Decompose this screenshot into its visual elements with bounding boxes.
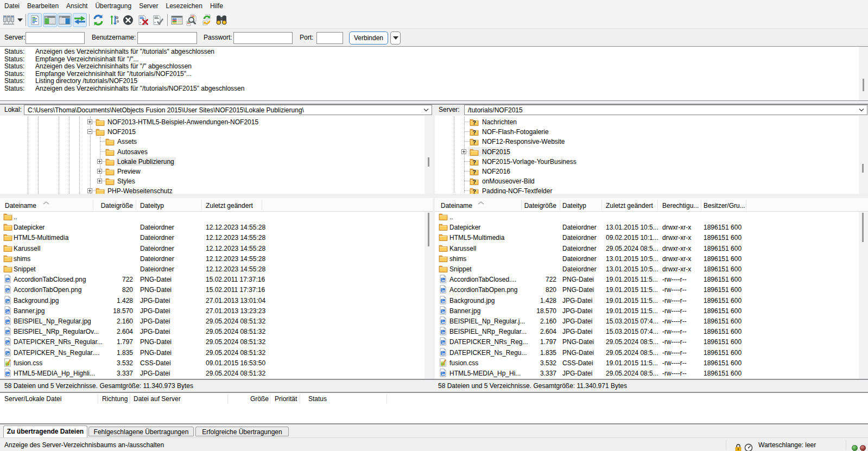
- tree-item[interactable]: ?NOF-Flash-Fotogalerie: [435, 127, 868, 137]
- remote-list-scrollbar[interactable]: [859, 212, 868, 379]
- queue-column-status[interactable]: Status: [308, 395, 327, 403]
- tree-item[interactable]: ?NOF12-Responsive-Website: [435, 137, 868, 147]
- local-tree-scrollbar-thumb[interactable]: [428, 157, 429, 167]
- tree-item[interactable]: Preview: [0, 167, 433, 176]
- tree-item[interactable]: Lokale Publizierung: [0, 157, 433, 167]
- file-row[interactable]: shimsDateiordner12.12.2023 14:55:28: [0, 253, 433, 264]
- lock-icon[interactable]: [734, 443, 742, 451]
- file-row[interactable]: KarussellDateiordner12.12.2023 14:55:28: [0, 243, 433, 253]
- file-row[interactable]: DatepickerDateiordner13.01.2015 10:5...d…: [435, 222, 868, 232]
- remote-list-scrollbar-thumb[interactable]: [862, 213, 864, 242]
- file-row[interactable]: DatepickerDateiordner12.12.2023 14:55:28: [0, 222, 433, 232]
- file-row[interactable]: HTML5-MultimediaDateiordner09.02.2015 10…: [435, 232, 868, 243]
- menu--bertragung[interactable]: Übertragung: [91, 0, 135, 12]
- file-row[interactable]: Background.jpg1.428JPG-Datei27.01.2013 1…: [0, 295, 433, 306]
- column-header-type[interactable]: Dateityp: [140, 202, 164, 209]
- column-resize-handle[interactable]: [93, 200, 93, 210]
- tab-failed-transfers[interactable]: Fehlgeschlagene Übertragungen: [88, 427, 194, 436]
- tree-item-label[interactable]: Styles: [116, 177, 137, 186]
- menu-datei[interactable]: Datei: [1, 0, 23, 12]
- column-resize-handle[interactable]: [130, 394, 130, 404]
- column-resize-handle[interactable]: [262, 200, 262, 210]
- queue-column-direction[interactable]: Richtung: [102, 395, 128, 403]
- file-row[interactable]: DATEPICKER_Ns_Regular....1.835PNG-Datei2…: [0, 347, 433, 358]
- tree-collapse-icon[interactable]: [87, 129, 92, 134]
- column-header-modified[interactable]: Zuletzt geändert: [206, 202, 253, 209]
- cancel-queue-button[interactable]: [136, 13, 150, 27]
- file-row[interactable]: BEISPIEL_NRp_RegularOv...2.604JPG-Datei2…: [0, 326, 433, 336]
- local-file-list[interactable]: ..DatepickerDateiordner12.12.2023 14:55:…: [0, 212, 433, 379]
- tree-item-label[interactable]: NOF2015-Vorlage-YourBusiness: [480, 157, 578, 166]
- queue-column-file[interactable]: Server/Lokale Datei: [4, 395, 61, 403]
- column-header-owner[interactable]: Besitzer/Gru...: [704, 202, 745, 209]
- tree-item-label[interactable]: NOF2013-HTML5-Beispiel-Anwendungen-NOF20…: [106, 118, 260, 126]
- tab-successful-transfers[interactable]: Erfolgreiche Übertragungen: [195, 427, 289, 436]
- remote-file-list[interactable]: ..DatepickerDateiordner13.01.2015 10:5..…: [435, 212, 868, 379]
- file-row[interactable]: shimsDateiordner13.01.2015 10:5...drwxr-…: [435, 253, 868, 264]
- file-row[interactable]: HTML5-MultimediaDateiordner12.12.2023 14…: [0, 232, 433, 243]
- remote-tree-scrollbar-thumb[interactable]: [862, 164, 864, 173]
- find-files-button[interactable]: [185, 13, 199, 27]
- tree-item[interactable]: NOF2015: [0, 127, 433, 137]
- remote-directory-tree[interactable]: ?Nachrichten?NOF-Flash-Fotogalerie?NOF12…: [435, 116, 868, 194]
- column-header-name[interactable]: Dateiname: [5, 202, 36, 209]
- tree-item-label[interactable]: PHP-Webseitenschutz: [106, 187, 174, 194]
- column-resize-handle[interactable]: [521, 200, 522, 210]
- menu-lesezeichen[interactable]: Lesezeichen: [162, 0, 206, 12]
- menu-hilfe[interactable]: Hilfe: [206, 0, 227, 12]
- file-row[interactable]: SnippetDateiordner12.12.2023 14:55:28: [0, 264, 433, 274]
- sync-browsing-button[interactable]: [200, 13, 214, 27]
- tree-item[interactable]: Autosaves: [0, 147, 433, 157]
- stop-button[interactable]: [121, 13, 135, 27]
- remote-list-header[interactable]: DateinameDateigrößeDateitypZuletzt geänd…: [435, 198, 868, 212]
- tree-expand-icon[interactable]: [97, 159, 102, 164]
- tree-expand-icon[interactable]: [87, 119, 92, 124]
- tree-item[interactable]: PHP-Webseitenschutz: [0, 186, 433, 194]
- message-log-button[interactable]: [28, 13, 42, 27]
- tree-item[interactable]: ?NOF2016: [435, 167, 868, 176]
- tree-item-label[interactable]: Lokale Publizierung: [116, 157, 176, 166]
- tree-item[interactable]: Styles: [0, 176, 433, 186]
- password-input[interactable]: [233, 32, 293, 44]
- tree-item-label[interactable]: Assets: [116, 137, 138, 146]
- file-row[interactable]: HTML5-MEDIA_Hp_Hi...3.337JPG-Datei29.05.…: [435, 368, 868, 378]
- remote-path-combobox[interactable]: /tutorials/NOF2015: [464, 105, 867, 115]
- queue-column-priority[interactable]: Priorität: [275, 395, 297, 403]
- file-row[interactable]: SnippetDateiordner13.01.2015 10:5...drwx…: [435, 264, 868, 274]
- tree-item-label[interactable]: NOF2015: [480, 148, 512, 156]
- connect-button[interactable]: Verbinden: [349, 31, 388, 45]
- server-input[interactable]: [26, 32, 85, 44]
- local-list-header[interactable]: DateinameDateigrößeDateitypZuletzt geänd…: [0, 198, 433, 212]
- filter-button[interactable]: [106, 13, 121, 27]
- file-row[interactable]: ..: [0, 212, 433, 222]
- tree-item-label[interactable]: NOF2015: [106, 128, 137, 136]
- column-header-size[interactable]: Dateigröße: [101, 202, 133, 209]
- file-row[interactable]: Background.jpg1.428JPG-Datei19.01.2015 1…: [435, 295, 868, 306]
- tree-expand-icon[interactable]: [97, 179, 102, 183]
- column-resize-handle[interactable]: [201, 200, 202, 210]
- queue-column-remote-file[interactable]: Datei auf Server: [134, 395, 181, 403]
- log-scrollbar[interactable]: [859, 47, 868, 100]
- column-header-modified[interactable]: Zuletzt geändert: [606, 202, 653, 209]
- binoculars-button[interactable]: [214, 13, 229, 27]
- file-row[interactable]: AccordionTabOpen.png820PNG-Datei15.02.20…: [0, 284, 433, 295]
- column-header-size[interactable]: Dateigröße: [524, 202, 556, 209]
- tree-item-label[interactable]: Preview: [116, 167, 142, 176]
- tree-expand-icon[interactable]: [97, 169, 102, 174]
- column-resize-handle[interactable]: [300, 394, 300, 404]
- chevron-down-icon[interactable]: [859, 108, 864, 112]
- column-resize-handle[interactable]: [227, 394, 228, 404]
- file-row[interactable]: BEISPIEL_NRp_Regular...2.604JPG-Datei15.…: [435, 326, 868, 336]
- tree-item[interactable]: ?onMouseover-Bild: [435, 176, 868, 186]
- tree-item[interactable]: Assets: [0, 137, 433, 147]
- tree-expand-icon[interactable]: [87, 188, 92, 193]
- column-resize-handle[interactable]: [746, 200, 746, 210]
- tree-item[interactable]: NOF2015: [435, 147, 868, 157]
- file-row[interactable]: fusion.css3.532CSS-Datei09.01.2015 16:53…: [0, 358, 433, 368]
- column-resize-handle[interactable]: [701, 200, 701, 210]
- file-row[interactable]: ..: [435, 212, 868, 222]
- column-resize-handle[interactable]: [136, 200, 136, 210]
- tree-item-label[interactable]: Nachrichten: [480, 118, 518, 126]
- queue-column-size[interactable]: Größe: [250, 395, 269, 403]
- queue-header[interactable]: Server/Lokale DateiRichtungDatei auf Ser…: [0, 393, 868, 405]
